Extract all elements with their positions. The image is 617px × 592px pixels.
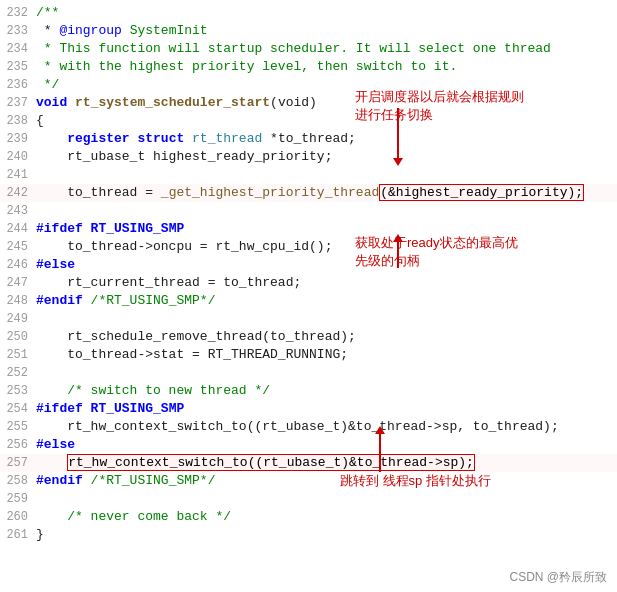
line-code: void rt_system_scheduler_start(void) [36,94,617,112]
code-line: 244#ifdef RT_USING_SMP [0,220,617,238]
code-line: 259 [0,490,617,508]
line-number: 238 [0,112,36,130]
code-line: 245 to_thread->oncpu = rt_hw_cpu_id(); [0,238,617,256]
line-code: #ifdef RT_USING_SMP [36,220,617,238]
line-number: 246 [0,256,36,274]
line-number: 255 [0,418,36,436]
line-code: #else [36,256,617,274]
code-line: 254#ifdef RT_USING_SMP [0,400,617,418]
code-line: 257 rt_hw_context_switch_to((rt_ubase_t)… [0,454,617,472]
line-number: 239 [0,130,36,148]
line-code: } [36,526,617,544]
line-code: rt_current_thread = to_thread; [36,274,617,292]
code-line: 246#else [0,256,617,274]
line-code: register struct rt_thread *to_thread; [36,130,617,148]
code-line: 239 register struct rt_thread *to_thread… [0,130,617,148]
line-number: 237 [0,94,36,112]
line-number: 250 [0,328,36,346]
line-number: 252 [0,364,36,382]
code-line: 242 to_thread = _get_highest_priority_th… [0,184,617,202]
code-line: 237void rt_system_scheduler_start(void) [0,94,617,112]
annotation-top: 开启调度器以后就会根据规则 进行任务切换 [355,88,524,124]
code-line: 234 * This function will startup schedul… [0,40,617,58]
line-number: 244 [0,220,36,238]
line-code: #else [36,436,617,454]
line-code: #ifdef RT_USING_SMP [36,400,617,418]
line-code: */ [36,76,617,94]
line-code: to_thread->oncpu = rt_hw_cpu_id(); [36,238,617,256]
line-number: 242 [0,184,36,202]
line-number: 259 [0,490,36,508]
line-number: 247 [0,274,36,292]
line-code: * with the highest priority level, then … [36,58,617,76]
code-line: 232/** [0,4,617,22]
line-code: to_thread = _get_highest_priority_thread… [36,184,617,202]
code-line: 243 [0,202,617,220]
annotation-mid: 获取处于ready状态的最高优 先级的句柄 [355,234,518,270]
line-number: 232 [0,4,36,22]
line-code: rt_hw_context_switch_to((rt_ubase_t)&to_… [36,454,617,472]
line-code: * This function will startup scheduler. … [36,40,617,58]
line-code: to_thread->stat = RT_THREAD_RUNNING; [36,346,617,364]
code-line: 233 * @ingroup SystemInit [0,22,617,40]
code-line: 235 * with the highest priority level, t… [0,58,617,76]
code-line: 240 rt_ubase_t highest_ready_priority; [0,148,617,166]
line-code: #endif /*RT_USING_SMP*/ [36,472,617,490]
line-number: 258 [0,472,36,490]
line-number: 234 [0,40,36,58]
line-number: 257 [0,454,36,472]
code-line: 247 rt_current_thread = to_thread; [0,274,617,292]
code-line: 260 /* never come back */ [0,508,617,526]
code-line: 248#endif /*RT_USING_SMP*/ [0,292,617,310]
watermark: CSDN @矜辰所致 [509,569,607,586]
line-number: 235 [0,58,36,76]
line-code: rt_ubase_t highest_ready_priority; [36,148,617,166]
line-code: * @ingroup SystemInit [36,22,617,40]
line-number: 261 [0,526,36,544]
code-line: 261} [0,526,617,544]
line-number: 245 [0,238,36,256]
line-number: 240 [0,148,36,166]
code-line: 256#else [0,436,617,454]
code-line: 250 rt_schedule_remove_thread(to_thread)… [0,328,617,346]
line-code: rt_hw_context_switch_to((rt_ubase_t)&to_… [36,418,617,436]
annotation-bot: 跳转到 线程sp 指针处执行 [340,472,491,490]
line-number: 249 [0,310,36,328]
line-number: 243 [0,202,36,220]
line-number: 256 [0,436,36,454]
svg-marker-1 [393,158,403,166]
code-line: 252 [0,364,617,382]
line-code: /* never come back */ [36,508,617,526]
code-line: 249 [0,310,617,328]
arrow-bot [370,430,410,480]
arrow-top [388,108,428,168]
code-line: 236 */ [0,76,617,94]
line-number: 233 [0,22,36,40]
arrow-mid [388,240,428,295]
code-container: 232/**233 * @ingroup SystemInit234 * Thi… [0,0,617,592]
line-code: #endif /*RT_USING_SMP*/ [36,292,617,310]
code-line: 253 /* switch to new thread */ [0,382,617,400]
line-number: 254 [0,400,36,418]
line-number: 260 [0,508,36,526]
code-line: 238{ [0,112,617,130]
line-number: 236 [0,76,36,94]
line-number: 253 [0,382,36,400]
line-number: 251 [0,346,36,364]
code-line: 251 to_thread->stat = RT_THREAD_RUNNING; [0,346,617,364]
line-code: rt_schedule_remove_thread(to_thread); [36,328,617,346]
line-code: /** [36,4,617,22]
line-number: 241 [0,166,36,184]
line-code: { [36,112,617,130]
code-line: 241 [0,166,617,184]
line-code: /* switch to new thread */ [36,382,617,400]
code-line: 255 rt_hw_context_switch_to((rt_ubase_t)… [0,418,617,436]
line-number: 248 [0,292,36,310]
code-line: 258#endif /*RT_USING_SMP*/ [0,472,617,490]
